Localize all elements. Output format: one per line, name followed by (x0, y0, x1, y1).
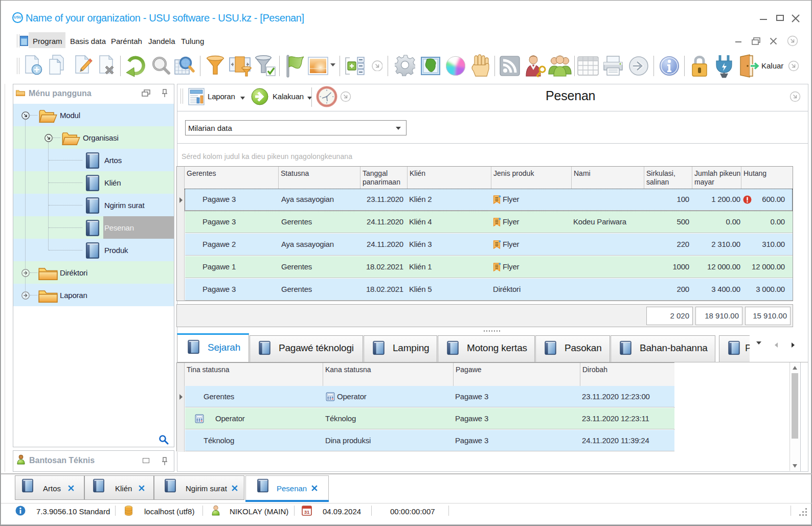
svg-text:31: 31 (304, 509, 310, 515)
